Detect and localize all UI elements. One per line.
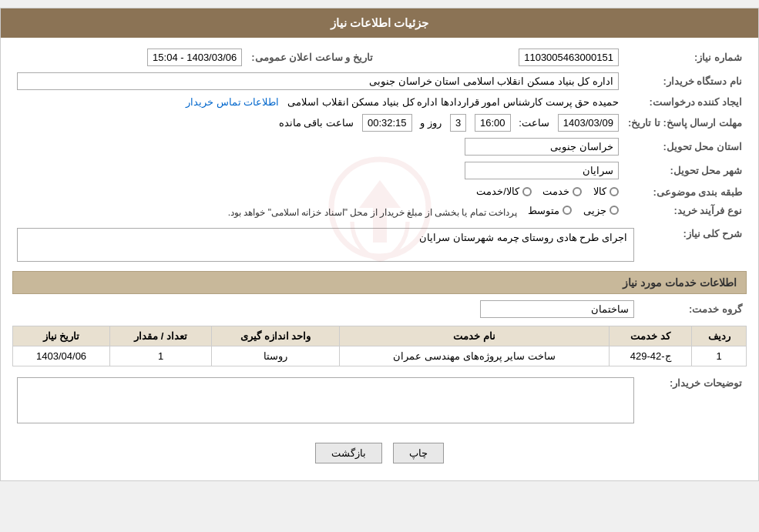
col-name: نام خدمت <box>340 326 610 346</box>
buyer-org-value: اداره کل بنیاد مسکن انقلاب اسلامی استان … <box>12 69 623 93</box>
deadline-days-box: 3 <box>450 114 466 132</box>
city-label: شهر محل تحویل: <box>623 159 747 182</box>
creator-label: ایجاد کننده درخواست: <box>623 93 747 111</box>
kala-khedmat-radio-dot[interactable] <box>522 187 532 196</box>
cell-qty: 1 <box>110 346 212 366</box>
category-kala-khedmat: کالا/خدمت <box>476 186 532 197</box>
kala-label: کالا <box>593 186 606 197</box>
description-label: شرح کلی نیاز: <box>639 225 747 265</box>
buyer-desc-value <box>12 374 639 429</box>
deadline-row: 1403/03/09 ساعت: 16:00 3 روز و 00:32:15 … <box>12 111 623 135</box>
service-group-value: ساختمان <box>12 297 639 321</box>
col-date: تاریخ نیاز <box>13 326 110 346</box>
city-box: سرایان <box>465 162 619 179</box>
khedmat-radio-dot[interactable] <box>573 187 582 196</box>
deadline-label: مهلت ارسال پاسخ: تا تاریخ: <box>623 111 747 135</box>
page-header: جزئیات اطلاعات نیاز <box>1 8 758 38</box>
announce-value: 1403/03/06 - 15:04 <box>12 45 247 69</box>
services-section-header: اطلاعات خدمات مورد نیاز <box>12 271 747 294</box>
deadline-date-box: 1403/03/09 <box>558 114 619 132</box>
buyer-desc-label: توضیحات خریدار: <box>639 374 747 429</box>
purchase-label: نوع فرآیند خرید: <box>623 202 747 221</box>
cell-unit: روستا <box>212 346 340 366</box>
need-number-value: 1103005463000151 <box>378 45 623 69</box>
service-group-label: گروه خدمت: <box>639 297 747 321</box>
announce-box: 1403/03/06 - 15:04 <box>147 49 242 66</box>
buyer-desc-textarea[interactable] <box>17 377 634 423</box>
kala-radio-dot[interactable] <box>610 187 619 196</box>
service-group-box: ساختمان <box>480 300 634 318</box>
deadline-time-box: 16:00 <box>475 114 511 132</box>
need-number-label: شماره نیاز: <box>623 45 747 69</box>
province-label: استان محل تحویل: <box>623 135 747 159</box>
service-group-table: گروه خدمت: ساختمان <box>12 297 747 321</box>
back-button[interactable]: بازگشت <box>315 443 382 463</box>
purchase-mota: متوسط <box>528 205 572 216</box>
description-table: شرح کلی نیاز: اجرای طرح هادی روستای چرمه… <box>12 225 747 265</box>
col-unit: واحد اندازه گیری <box>212 326 340 346</box>
creator-value: حمیده حق پرست کارشناس امور قراردادها ادا… <box>12 93 623 111</box>
province-value: خراسان جنوبی <box>12 135 623 159</box>
deadline-remaining-box: 00:32:15 <box>362 114 412 132</box>
print-button[interactable]: چاپ <box>393 443 444 463</box>
buyer-org-box: اداره کل بنیاد مسکن انقلاب اسلامی استان … <box>17 72 619 90</box>
cell-name: ساخت سایر پروژه‌های مهندسی عمران <box>340 346 610 366</box>
col-code: کد خدمت <box>609 326 691 346</box>
col-qty: تعداد / مقدار <box>110 326 212 346</box>
cell-date: 1403/04/06 <box>13 346 110 366</box>
info-table: شماره نیاز: 1103005463000151 تاریخ و ساع… <box>12 45 747 220</box>
buyer-desc-table: توضیحات خریدار: <box>12 374 747 429</box>
services-table: ردیف کد خدمت نام خدمت واحد اندازه گیری ت… <box>12 326 747 366</box>
purchase-note: پرداخت تمام یا بخشی از مبلغ خریدار از مح… <box>228 206 517 217</box>
page-title: جزئیات اطلاعات نیاز <box>331 16 428 29</box>
kala-khedmat-label: کالا/خدمت <box>476 186 519 197</box>
description-box: اجرای طرح هادی روستای چرمه شهرستان سرایا… <box>17 228 634 262</box>
deadline-remaining-label: ساعت باقی مانده <box>279 117 354 129</box>
province-box: خراسان جنوبی <box>465 138 619 156</box>
contact-link[interactable]: اطلاعات تماس خریدار <box>186 96 279 108</box>
table-row: 1 ج-42-429 ساخت سایر پروژه‌های مهندسی عم… <box>13 346 747 366</box>
col-row: ردیف <box>692 326 747 346</box>
category-kala: کالا <box>593 186 619 197</box>
purchase-jozii: جزیی <box>583 205 619 216</box>
khedmat-label: خدمت <box>542 186 569 197</box>
need-number-box: 1103005463000151 <box>519 49 619 66</box>
cell-row: 1 <box>692 346 747 366</box>
category-radios: کالا خدمت کالا/خدمت <box>12 182 623 202</box>
description-value: اجرای طرح هادی روستای چرمه شهرستان سرایا… <box>12 225 639 265</box>
jozii-radio-dot[interactable] <box>610 206 619 215</box>
category-label: طبقه بندی موضوعی: <box>623 182 747 202</box>
mota-label: متوسط <box>528 205 559 216</box>
announce-label: تاریخ و ساعت اعلان عمومی: <box>247 45 378 69</box>
button-row: چاپ بازگشت <box>12 433 747 473</box>
category-khedmat: خدمت <box>542 186 582 197</box>
purchase-row: جزیی متوسط پرداخت تمام یا بخشی از مبلغ خ… <box>12 202 623 221</box>
city-value: سرایان <box>12 159 623 182</box>
creator-text: حمیده حق پرست کارشناس امور قراردادها ادا… <box>287 96 619 108</box>
buyer-org-label: نام دستگاه خریدار: <box>623 69 747 93</box>
deadline-time-label: ساعت: <box>519 117 549 129</box>
jozii-label: جزیی <box>583 205 606 216</box>
deadline-days-label: روز و <box>420 117 442 129</box>
cell-code: ج-42-429 <box>609 346 691 366</box>
mota-radio-dot[interactable] <box>563 206 572 215</box>
